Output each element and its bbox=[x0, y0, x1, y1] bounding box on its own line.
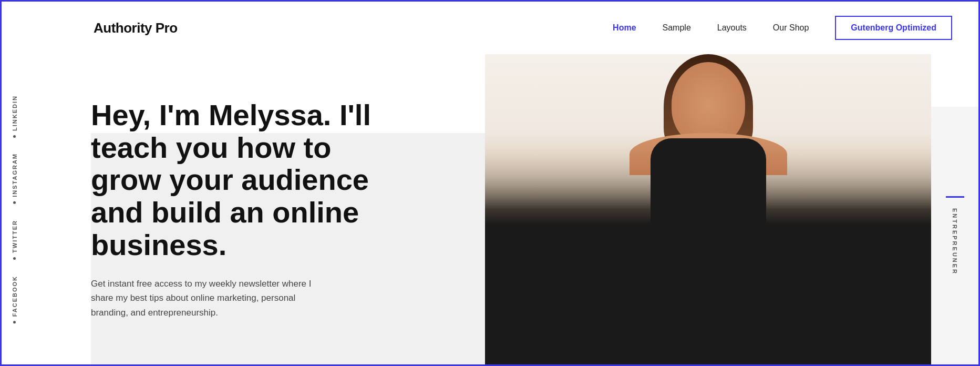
social-linkedin[interactable]: LINKEDIN bbox=[12, 95, 18, 138]
main-nav: Home Sample Layouts Our Shop Gutenberg O… bbox=[613, 16, 952, 40]
person-body bbox=[651, 138, 766, 322]
nav-item-home[interactable]: Home bbox=[613, 23, 636, 33]
gutenberg-optimized-button[interactable]: Gutenberg Optimized bbox=[835, 16, 952, 40]
right-accent-panel: ENTREPREUNER bbox=[931, 107, 978, 364]
site-logo: Authority Pro bbox=[94, 20, 178, 36]
hero-left-panel: Hey, I'm Melyssa. I'll teach you how to … bbox=[28, 54, 485, 364]
hero-section: Hey, I'm Melyssa. I'll teach you how to … bbox=[28, 54, 978, 364]
social-dot bbox=[14, 201, 16, 204]
nav-item-layouts[interactable]: Layouts bbox=[717, 23, 747, 33]
social-twitter[interactable]: TWITTER bbox=[12, 220, 18, 260]
social-sidebar: LINKEDIN INSTAGRAM TWITTER FACEBOOK bbox=[2, 54, 28, 364]
social-dot bbox=[14, 135, 16, 137]
nav-item-our-shop[interactable]: Our Shop bbox=[773, 23, 809, 33]
entrepreneur-label: ENTREPREUNER bbox=[952, 208, 958, 275]
hero-heading: Hey, I'm Melyssa. I'll teach you how to … bbox=[91, 99, 385, 261]
hero-image-area bbox=[485, 54, 931, 364]
nav-item-sample[interactable]: Sample bbox=[663, 23, 691, 33]
hero-person-image bbox=[485, 54, 931, 364]
hero-content: Hey, I'm Melyssa. I'll teach you how to … bbox=[91, 99, 453, 320]
hero-right-panel: ENTREPREUNER bbox=[485, 54, 978, 364]
site-header: Authority Pro Home Sample Layouts Our Sh… bbox=[2, 2, 978, 54]
hero-subtext: Get instant free access to my weekly new… bbox=[91, 277, 333, 320]
social-instagram[interactable]: INSTAGRAM bbox=[12, 153, 18, 204]
accent-line bbox=[946, 196, 964, 198]
social-dot bbox=[14, 321, 16, 323]
person-figure bbox=[608, 54, 808, 364]
social-facebook[interactable]: FACEBOOK bbox=[12, 276, 18, 323]
social-dot bbox=[14, 257, 16, 260]
